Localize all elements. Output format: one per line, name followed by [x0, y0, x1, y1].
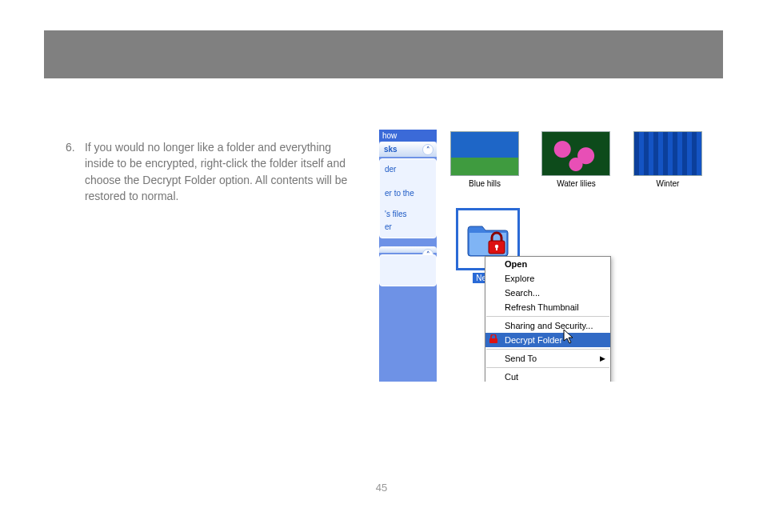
thumbnail-label: Water lilies	[557, 179, 596, 188]
menu-item-cut[interactable]: Cut	[485, 370, 610, 382]
sidebar-panel-other	[379, 254, 437, 286]
menu-item-explore[interactable]: Explore	[485, 271, 610, 286]
menu-item-label: Decrypt Folder	[505, 335, 562, 345]
encrypted-folder-icon	[466, 222, 509, 257]
image-thumb-icon	[450, 131, 519, 176]
sidebar-panel-tasks: der er to the 's files er	[379, 158, 437, 238]
sidebar-link[interactable]: der	[385, 162, 434, 175]
submenu-arrow-icon: ▶	[600, 354, 605, 362]
menu-item-decrypt-folder[interactable]: Decrypt Folder	[485, 333, 610, 347]
menu-separator	[486, 316, 609, 317]
menu-item-sharing[interactable]: Sharing and Security...	[485, 318, 610, 333]
menu-item-search[interactable]: Search...	[485, 286, 610, 300]
step-text: If you would no longer like a folder and…	[85, 139, 357, 204]
step-number: 6.	[66, 139, 82, 155]
sidebar-section-other[interactable]: ˄	[379, 246, 437, 253]
explorer-screenshot: how sks ˄ der er to the 's files er ˄ Bl…	[379, 130, 723, 382]
sidebar-section-tasks[interactable]: sks ˄	[379, 142, 437, 157]
instruction-step: 6. If you would no longer like a folder …	[66, 139, 362, 204]
thumbnail-bluehills[interactable]: Blue hills	[445, 131, 525, 188]
sidebar-link[interactable]: 's files	[385, 207, 434, 220]
thumbnail-winter[interactable]: Winter	[628, 131, 708, 188]
context-menu: Open Explore Search... Refresh Thumbnail…	[485, 256, 611, 382]
svg-rect-3	[489, 338, 497, 343]
image-thumb-icon	[541, 131, 610, 176]
cursor-icon	[563, 329, 575, 345]
sidebar-link[interactable]: er	[385, 220, 434, 233]
thumbnail-label: Winter	[656, 179, 679, 188]
menu-separator	[486, 349, 609, 350]
image-thumb-icon	[633, 131, 702, 176]
svg-rect-2	[496, 246, 497, 250]
thumbnail-row: Blue hills Water lilies Winter	[445, 131, 723, 188]
sidebar-link-slideshow[interactable]: how	[379, 130, 437, 142]
thumbnail-label: Blue hills	[469, 179, 501, 188]
header-bar	[44, 30, 723, 78]
menu-item-refresh-thumbnail[interactable]: Refresh Thumbnail	[485, 300, 610, 314]
sidebar-link[interactable]: er to the	[385, 186, 434, 199]
menu-item-open[interactable]: Open	[485, 257, 610, 271]
xp-task-sidebar: how sks ˄ der er to the 's files er ˄	[379, 130, 437, 382]
menu-item-label: Send To	[505, 354, 537, 363]
chevron-up-icon[interactable]: ˄	[422, 144, 433, 155]
menu-item-send-to[interactable]: Send To ▶	[485, 351, 610, 366]
sidebar-section-label: sks	[384, 145, 397, 154]
lock-icon	[489, 334, 500, 346]
thumbnail-waterlilies[interactable]: Water lilies	[536, 131, 616, 188]
menu-separator	[486, 367, 609, 368]
page-number: 45	[0, 482, 763, 494]
